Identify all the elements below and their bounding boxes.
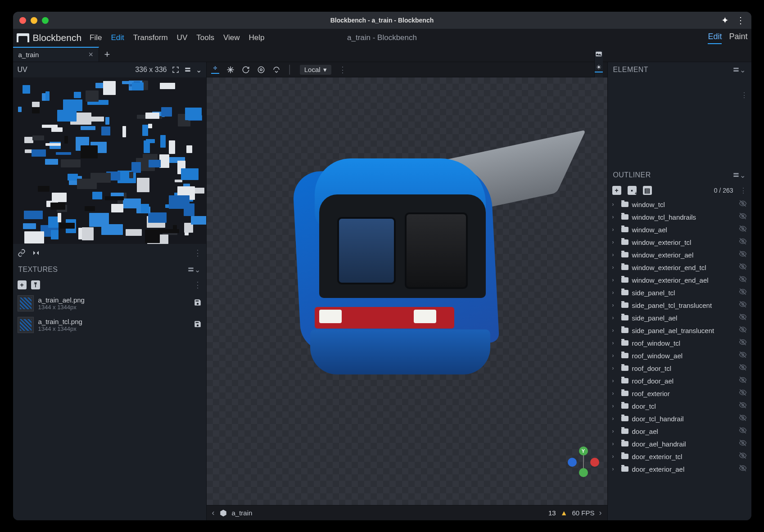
axis-x-icon[interactable] <box>590 458 599 467</box>
visibility-icon[interactable] <box>739 262 747 272</box>
expand-icon[interactable]: › <box>612 315 618 321</box>
expand-icon[interactable]: › <box>612 226 618 233</box>
expand-icon[interactable]: › <box>612 365 618 371</box>
outliner-toggle-button[interactable]: ▤ <box>643 186 652 195</box>
visibility-icon[interactable] <box>739 464 747 474</box>
visibility-icon[interactable] <box>739 199 747 209</box>
expand-icon[interactable]: › <box>612 428 618 434</box>
close-window-button[interactable] <box>19 17 26 24</box>
outliner-item[interactable]: › window_ael <box>608 223 751 236</box>
axis-y-icon[interactable]: Y <box>579 446 588 455</box>
minimize-window-button[interactable] <box>31 17 37 24</box>
expand-icon[interactable]: › <box>612 403 618 409</box>
visibility-icon[interactable] <box>739 325 747 335</box>
expand-icon[interactable]: › <box>612 239 618 245</box>
maximize-window-button[interactable] <box>42 17 49 24</box>
outliner-item[interactable]: › side_panel_tcl_translucent <box>608 299 751 311</box>
expand-icon[interactable]: › <box>612 378 618 384</box>
outliner-item[interactable]: › roof_window_tcl <box>608 337 751 349</box>
visibility-icon[interactable] <box>739 439 747 449</box>
expand-icon[interactable]: › <box>612 441 618 447</box>
expand-icon[interactable]: › <box>612 327 618 334</box>
visibility-icon[interactable] <box>739 388 747 398</box>
texture-item[interactable]: a_train_tcl.png 1344 x 1344px <box>13 314 206 336</box>
visibility-icon[interactable] <box>739 414 747 424</box>
warning-icon[interactable]: ▲ <box>561 509 568 517</box>
visibility-icon[interactable] <box>739 401 747 411</box>
move-tool-icon[interactable] <box>211 66 219 74</box>
axis-center-icon[interactable] <box>579 468 588 477</box>
visibility-icon[interactable] <box>739 212 747 222</box>
visibility-icon[interactable] <box>739 288 747 298</box>
outliner-item[interactable]: › side_panel_ael <box>608 311 751 324</box>
mirror-icon[interactable] <box>32 249 40 257</box>
element-chevron-icon[interactable]: ⌄ <box>740 66 746 74</box>
expand-icon[interactable]: › <box>612 390 618 397</box>
link-icon[interactable] <box>18 249 26 257</box>
overflow-menu-icon[interactable]: ⋮ <box>736 15 745 26</box>
expand-icon[interactable]: › <box>612 352 618 359</box>
rotate-tool-icon[interactable] <box>242 66 250 74</box>
expand-icon[interactable]: › <box>612 214 618 220</box>
mode-tab-paint[interactable]: Paint <box>729 32 747 44</box>
outliner-options-icon[interactable]: 〓 <box>732 171 740 180</box>
vertex-tool-icon[interactable] <box>272 66 280 74</box>
visibility-icon[interactable] <box>739 426 747 436</box>
outliner-item[interactable]: › roof_door_tcl <box>608 362 751 374</box>
outliner-item[interactable]: › window_exterior_tcl <box>608 236 751 248</box>
transform-space-dropdown[interactable]: Local▾ <box>300 65 331 75</box>
expand-icon[interactable]: › <box>612 466 618 472</box>
menu-item-tools[interactable]: Tools <box>196 33 214 42</box>
shading-icon[interactable] <box>595 64 603 72</box>
visibility-icon[interactable] <box>739 313 747 323</box>
outliner-item[interactable]: › roof_exterior <box>608 387 751 400</box>
texture-item[interactable]: a_train_ael.png 1344 x 1344px <box>13 293 206 314</box>
viewport-3d-canvas[interactable]: Y <box>207 77 607 505</box>
outliner-overflow-icon[interactable]: ⋮ <box>740 186 747 195</box>
uv-editor-canvas[interactable] <box>13 77 206 244</box>
visibility-icon[interactable] <box>739 225 747 234</box>
breadcrumb-forward-icon[interactable]: › <box>599 508 602 518</box>
visibility-icon[interactable] <box>739 451 747 461</box>
menu-item-edit[interactable]: Edit <box>111 33 124 42</box>
mode-tab-edit[interactable]: Edit <box>708 32 722 44</box>
expand-icon[interactable]: › <box>612 277 618 283</box>
menu-item-uv[interactable]: UV <box>177 33 188 42</box>
menu-item-view[interactable]: View <box>223 33 240 42</box>
add-texture-button[interactable]: + <box>18 280 27 289</box>
visibility-icon[interactable] <box>739 275 747 285</box>
visibility-icon[interactable] <box>739 376 747 386</box>
expand-icon[interactable]: › <box>612 264 618 271</box>
uv-chevron-icon[interactable]: ⌄ <box>196 66 202 74</box>
close-tab-icon[interactable]: × <box>88 50 93 59</box>
textures-chevron-icon[interactable]: ⌄ <box>194 266 200 274</box>
element-overflow-icon[interactable]: ⋮ <box>741 91 748 99</box>
outliner-item[interactable]: › door_exterior_tcl <box>608 450 751 463</box>
outliner-item[interactable]: › window_exterior_ael <box>608 248 751 261</box>
background-icon[interactable] <box>595 50 603 58</box>
textures-overflow-icon[interactable]: ⋮ <box>194 280 202 290</box>
expand-icon[interactable]: › <box>612 340 618 346</box>
outliner-item[interactable]: › door_tcl <box>608 400 751 412</box>
outliner-item[interactable]: › window_exterior_end_tcl <box>608 261 751 274</box>
fullscreen-icon[interactable] <box>172 66 180 74</box>
import-texture-button[interactable]: ⤒ <box>31 280 40 289</box>
uv-overflow-icon[interactable]: ⋮ <box>194 248 202 258</box>
expand-icon[interactable]: › <box>612 453 618 460</box>
outliner-item[interactable]: › roof_door_ael <box>608 374 751 387</box>
outliner-item[interactable]: › roof_window_ael <box>608 349 751 362</box>
element-options-icon[interactable]: 〓 <box>732 65 740 75</box>
expand-icon[interactable]: › <box>612 289 618 296</box>
menu-item-file[interactable]: File <box>90 33 102 42</box>
outliner-item[interactable]: › side_panel_ael_translucent <box>608 324 751 337</box>
expand-icon[interactable]: › <box>612 201 618 207</box>
uv-options-icon[interactable]: 〓 <box>184 65 191 75</box>
visibility-icon[interactable] <box>739 363 747 373</box>
viewport-overflow-icon[interactable]: ⋮ <box>339 65 347 75</box>
expand-icon[interactable]: › <box>612 302 618 308</box>
axis-gizmo[interactable]: Y <box>568 446 599 478</box>
breadcrumb-back-icon[interactable]: ‹ <box>212 508 215 518</box>
save-texture-icon[interactable] <box>194 298 202 309</box>
outliner-item[interactable]: › door_exterior_ael <box>608 463 751 475</box>
outliner-item[interactable]: › window_tcl <box>608 198 751 211</box>
